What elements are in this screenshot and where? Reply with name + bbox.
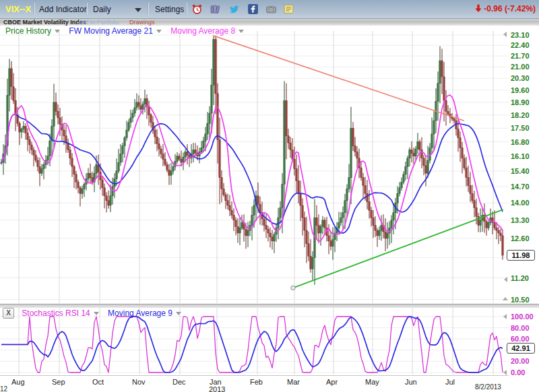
month-label: May xyxy=(365,378,379,386)
stoch-value-box: 42.91 xyxy=(507,343,535,354)
price-axis-label: 21.70 xyxy=(511,52,530,60)
price-axis-label: 14.70 xyxy=(511,183,530,191)
add-to-portfolio-link[interactable]: Add to Portfolio xyxy=(77,19,119,26)
price-axis-label: 15.40 xyxy=(511,167,530,175)
axis-arrow-icon[interactable] xyxy=(503,314,507,319)
add-indicator-button[interactable]: Add Indicator xyxy=(39,5,87,14)
month-label: Apr xyxy=(326,378,338,386)
price-axis-label: 14.00 xyxy=(511,199,530,207)
month-label: Sep xyxy=(52,378,65,386)
price-axis-label: 13.30 xyxy=(511,216,530,224)
last-price-box: 11.98 xyxy=(507,250,535,261)
stoch-axis-label: 80.00 xyxy=(511,324,530,332)
month-label: Nov xyxy=(132,378,146,386)
toolbar: VIX--X Add Indicator Daily Settings xyxy=(0,0,539,19)
notes-icon[interactable] xyxy=(283,3,294,15)
chevron-down-icon[interactable] xyxy=(55,30,60,33)
axis-arrow-icon[interactable] xyxy=(503,297,508,300)
separator xyxy=(34,3,35,15)
month-label: Mar xyxy=(287,378,300,386)
chevron-down-icon[interactable] xyxy=(176,312,181,315)
stoch-axis-label: 100.00 xyxy=(511,313,534,321)
stoch-rsi-dropdown[interactable]: Stochastics RSI 14 xyxy=(22,308,90,318)
month-label: Dec xyxy=(172,378,186,386)
price-axis-label: 16.80 xyxy=(511,138,530,146)
change-text: -0.96 (-7.42%) xyxy=(484,4,536,13)
charting-app: VIX--X Add Indicator Daily Settings xyxy=(0,0,539,392)
books-icon[interactable] xyxy=(210,3,221,15)
price-axis-label: 16.10 xyxy=(511,152,530,160)
close-panel-button[interactable]: X xyxy=(3,308,14,319)
price-change: -0.96 (-7.42%) xyxy=(474,4,536,13)
end-date-label: 8/2/2013 xyxy=(475,383,501,391)
price-axis-label: 12.60 xyxy=(511,234,530,242)
price-axis-label: 10.50 xyxy=(511,296,530,304)
axis-arrow-icon[interactable] xyxy=(504,277,507,282)
drawings-link[interactable]: Drawings xyxy=(129,19,155,26)
instrument-title: CBOE Market Volatility Index xyxy=(3,19,86,26)
price-axis-label: 23.10 xyxy=(511,31,530,39)
chevron-down-icon[interactable] xyxy=(239,30,244,33)
symbol-label: VIX--X xyxy=(5,4,31,14)
stoch-axis-label: 60.00 xyxy=(511,335,530,343)
interval-select[interactable]: Daily xyxy=(93,5,111,14)
price-history-dropdown[interactable]: Price History xyxy=(5,26,51,36)
main-price-chart[interactable] xyxy=(0,30,509,304)
separator xyxy=(186,3,187,15)
price-axis-label: 19.60 xyxy=(511,86,530,94)
ma9-dropdown[interactable]: Moving Average 9 xyxy=(108,308,172,318)
facebook-icon[interactable] xyxy=(247,3,259,15)
price-axis-label: 17.50 xyxy=(511,124,530,132)
month-label: Feb xyxy=(250,378,263,386)
price-axis-label: 11.20 xyxy=(511,274,529,282)
main-chart-legend: Price History FW Moving Average 21 Movin… xyxy=(5,26,251,36)
year-label: 2013 xyxy=(209,385,225,392)
axis-arrow-icon[interactable] xyxy=(503,370,507,375)
price-axis-label: 21.00 xyxy=(511,63,530,71)
stoch-axis-label: 20.00 xyxy=(511,357,530,365)
down-arrow-icon xyxy=(474,4,482,13)
time-axis[interactable]: AugSepOctNovDecJanFebMarAprMayJunJul2013… xyxy=(0,376,539,392)
chevron-down-icon[interactable] xyxy=(156,30,162,33)
separator xyxy=(86,3,88,15)
chevron-down-icon[interactable] xyxy=(94,312,99,315)
start-year-label: 12 xyxy=(0,385,7,392)
separator xyxy=(148,3,149,15)
month-label: Oct xyxy=(92,378,104,386)
ma21-dropdown[interactable]: FW Moving Average 21 xyxy=(69,26,153,36)
price-axis-label: 18.90 xyxy=(511,98,530,106)
twitter-icon[interactable] xyxy=(228,3,240,15)
price-axis-label: 20.30 xyxy=(511,74,530,82)
ma8-dropdown[interactable]: Moving Average 8 xyxy=(170,26,235,36)
axis-arrow-icon[interactable] xyxy=(503,32,507,37)
camera-icon[interactable] xyxy=(265,3,277,15)
stoch-panel-legend: X Stochastics RSI 14 Moving Average 9 xyxy=(3,308,188,319)
settings-button[interactable]: Settings xyxy=(155,5,184,14)
month-label: Aug xyxy=(11,378,25,386)
price-axis-label: 22.40 xyxy=(511,41,530,49)
chevron-down-icon[interactable] xyxy=(135,8,141,12)
month-label: Jul xyxy=(445,378,455,386)
subbar: CBOE Market Volatility Index Add to Port… xyxy=(0,19,539,26)
alarm-clock-icon[interactable] xyxy=(191,3,203,15)
month-label: Jun xyxy=(405,378,417,386)
price-axis-label: 18.20 xyxy=(511,111,530,119)
